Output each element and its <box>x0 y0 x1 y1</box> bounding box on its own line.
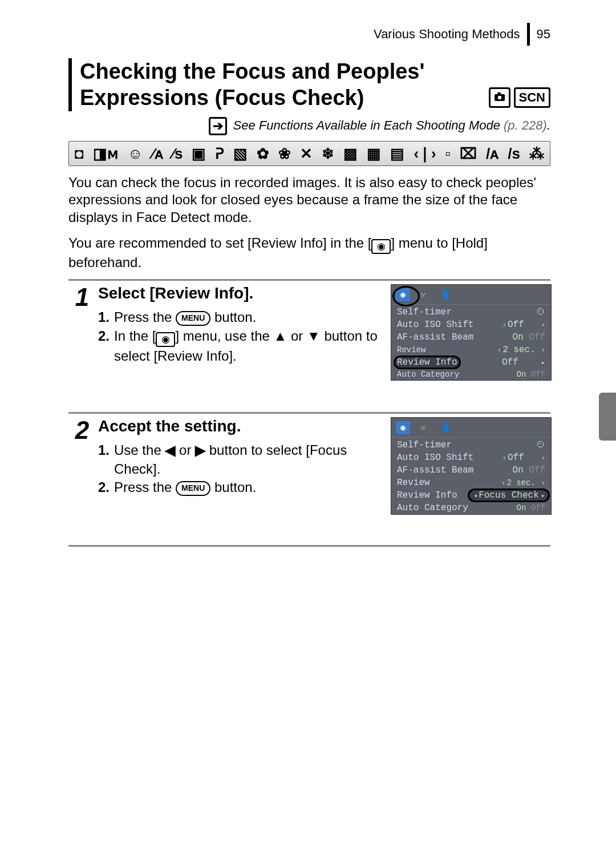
step-number: 1 <box>68 281 96 412</box>
focus-check-value-highlight: ◂ Focus Check ▸ <box>472 490 545 500</box>
mode-badges: SCN <box>489 87 550 111</box>
step-title: Accept the setting. <box>98 417 385 435</box>
mode-icon-strip: ◘ ◨ᴍ ☺ ⁄ᴀ ⁄s ▣ ᕈ ▧ ✿ ❀ ✕ ❄ ▩ ▦ ▤ ‹❘› ▫ ⌧… <box>68 141 550 166</box>
mode-icon: ▣ <box>192 146 206 161</box>
substep: 2. Press the MENU button. <box>98 478 385 496</box>
mode-icon: ▫ <box>445 146 451 161</box>
mode-icon: ✿ <box>257 146 269 161</box>
menu-button-icon: MENU <box>176 311 210 326</box>
substep: 2. In the [◉] menu, use the ▲ or ▼ butto… <box>98 327 385 366</box>
scn-mode-badge: SCN <box>514 87 550 108</box>
camera-lcd-screenshot: ◉ ⚒ 👤 Self-timer⏲ Auto ISO Shift‹Off› AF… <box>391 284 550 403</box>
mode-icon: ▦ <box>367 146 381 161</box>
mode-icon: ❀ <box>278 146 291 161</box>
camera-menu-icon: ◉ <box>156 332 175 347</box>
camera-lcd-screenshot: ◉ ⚒ 👤 Self-timer⏲ Auto ISO Shift‹Off› AF… <box>391 417 550 536</box>
page-title: Checking the Focus and Peoples' Expressi… <box>80 58 489 111</box>
svg-point-2 <box>497 96 501 99</box>
menu-button-icon: MENU <box>176 481 210 496</box>
lcd-tab-tools: ⚒ <box>416 421 430 434</box>
mode-icon: ‹❘› <box>414 146 436 161</box>
mode-icon: ⁂ <box>529 146 544 161</box>
mode-icon: ᕈ <box>215 146 224 161</box>
svg-rect-1 <box>497 92 501 95</box>
mode-icon: ☺ <box>128 146 143 161</box>
mode-icon: ✕ <box>300 146 313 161</box>
step-title: Select [Review Info]. <box>98 284 385 302</box>
substep: 1. Press the MENU button. <box>98 308 385 326</box>
page-number: 95 <box>537 27 550 42</box>
see-functions-note: ➔ See Functions Available in Each Shooti… <box>68 117 550 135</box>
steps-table: 1 Select [Review Info]. 1. Press the MEN… <box>68 279 550 547</box>
down-arrow-icon: ▼ <box>307 328 321 344</box>
header-separator <box>527 23 530 46</box>
mode-icon: ⁄ᴀ <box>152 146 163 161</box>
mode-icon: ◘ <box>75 146 84 161</box>
mode-icon: ▩ <box>343 146 358 161</box>
review-info-label-highlight: Review Info <box>397 357 457 368</box>
intro-paragraph-1: You can check the focus in recorded imag… <box>68 174 550 227</box>
intro-paragraph-2: You are recommended to set [Review Info]… <box>68 235 550 272</box>
side-thumb-tab <box>599 393 616 441</box>
mode-icon: /s <box>508 146 520 161</box>
camera-mode-badge <box>489 87 510 108</box>
left-arrow-icon: ◀ <box>165 442 175 458</box>
mode-icon: ⁄s <box>172 146 183 161</box>
right-arrow-icon: ▶ <box>195 442 205 458</box>
up-arrow-icon: ▲ <box>274 328 287 344</box>
mode-icon: ⌧ <box>460 146 477 161</box>
section-name: Various Shooting Methods <box>374 27 520 42</box>
page-header: Various Shooting Methods 95 <box>68 23 550 46</box>
camera-menu-icon: ◉ <box>371 239 391 254</box>
lcd-tab-camera: ◉ <box>396 288 410 301</box>
mode-icon: ◨ᴍ <box>93 146 119 161</box>
step-row: 2 Accept the setting. 1. Use the ◀ or ▶ … <box>68 414 550 547</box>
lcd-tab-user: 👤 <box>436 288 456 301</box>
mode-icon: /ᴀ <box>486 146 499 161</box>
step-row: 1 Select [Review Info]. 1. Press the MEN… <box>68 281 550 414</box>
lcd-tab-user: 👤 <box>436 421 456 434</box>
arrow-right-icon: ➔ <box>209 117 227 135</box>
substep: 1. Use the ◀ or ▶ button to select [Focu… <box>98 441 385 478</box>
camera-icon <box>494 90 505 105</box>
title-row: Checking the Focus and Peoples' Expressi… <box>68 58 550 111</box>
mode-icon: ▤ <box>390 146 404 161</box>
step-number: 2 <box>68 414 96 545</box>
mode-icon: ▧ <box>233 146 248 161</box>
lcd-tab-camera: ◉ <box>396 421 410 434</box>
mode-icon: ❄ <box>322 146 334 161</box>
